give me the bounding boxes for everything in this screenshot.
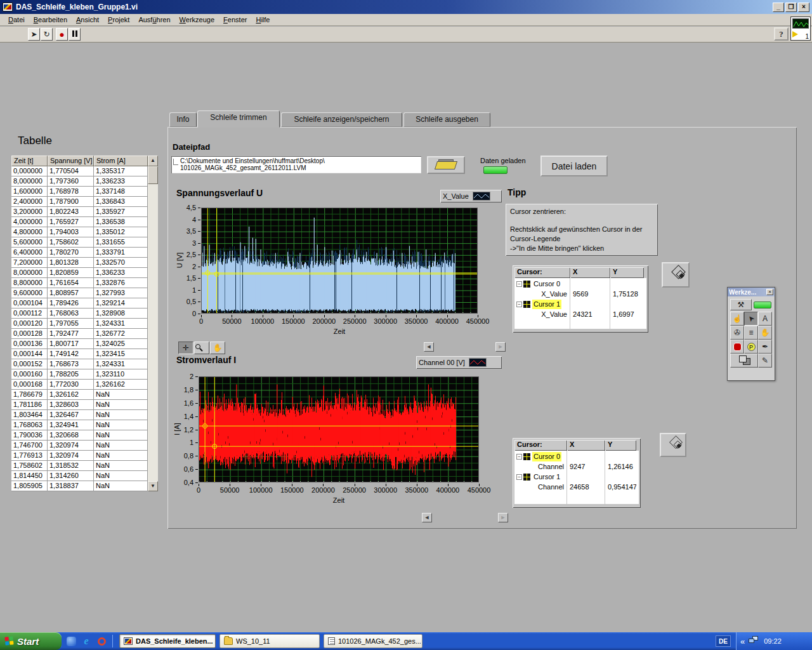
table-cell[interactable]: 1,758602	[11, 461, 48, 471]
current-plot-legend[interactable]: Channel 00 [V]	[416, 356, 502, 369]
table-cell[interactable]: 8,800000	[11, 278, 48, 288]
table-cell[interactable]: 2,400000	[11, 197, 48, 207]
cursor-legend-column-1[interactable]: X	[570, 267, 610, 278]
cursor-tool-button[interactable]: ✛	[178, 342, 193, 354]
tray-chevron-icon[interactable]: «	[740, 637, 745, 646]
table-cell[interactable]: 1,790036	[11, 430, 48, 441]
table-cell[interactable]: NaN	[94, 400, 148, 410]
table-scroll-thumb[interactable]	[148, 166, 158, 184]
table-cell[interactable]: 1,820859	[48, 268, 94, 278]
table-cell[interactable]: 1,329214	[94, 298, 148, 308]
table-cell[interactable]: 1,336233	[94, 268, 148, 278]
current-scroll-left-button[interactable]: ◄	[422, 513, 432, 522]
restore-button[interactable]: ❐	[785, 3, 797, 12]
table-cell[interactable]: 1,336843	[94, 197, 148, 207]
table-cell[interactable]: 1,336538	[94, 217, 148, 227]
table-cell[interactable]: 0,000128	[11, 329, 48, 339]
table-cell[interactable]: 1,326162	[94, 380, 148, 390]
tree-expand-icon[interactable]: −	[516, 281, 522, 287]
tab-schleife-ausgeben[interactable]: Schleife ausgeben	[403, 112, 490, 127]
table-cell[interactable]: 1,320974	[48, 441, 94, 451]
table-cell[interactable]: 1,326467	[48, 410, 94, 420]
messenger-icon[interactable]	[65, 635, 77, 647]
run-continuous-button[interactable]: ↻	[41, 28, 53, 41]
table-cell[interactable]: 1,761654	[48, 278, 94, 288]
table-cell[interactable]: 0,000112	[11, 308, 48, 319]
table-cell[interactable]: 7,200000	[11, 258, 48, 268]
tree-expand-icon[interactable]: −	[516, 302, 522, 307]
table-cell[interactable]: 1,331655	[94, 237, 148, 248]
table-cell[interactable]: 1,803464	[11, 410, 48, 420]
filepath-input[interactable]: C:\Dokumente und Einstellungen\huffmart\…	[171, 156, 421, 173]
load-file-button[interactable]: Datei laden	[540, 156, 608, 176]
network-icon[interactable]	[749, 636, 759, 646]
probe-tool-button[interactable]: P	[744, 340, 758, 354]
table-cell[interactable]: 1,328908	[94, 308, 148, 319]
object-shortcut-menu-tool-button[interactable]: ≡	[744, 326, 758, 340]
cursor-name[interactable]: Cursor 1	[532, 472, 561, 482]
context-help-button[interactable]: ?	[774, 27, 789, 41]
abort-button[interactable]: ●	[56, 28, 68, 41]
table-cell[interactable]: 1,768063	[11, 420, 48, 430]
cursor-row[interactable]: −Cursor 1	[514, 472, 566, 482]
table-cell[interactable]: 1,768063	[48, 308, 94, 319]
table-cell[interactable]: 0,000104	[11, 298, 48, 308]
table-cell[interactable]: 0,000000	[11, 166, 48, 176]
taskbar-task-2[interactable]: 101026_MAGk_452_ges...	[324, 634, 422, 648]
pan-tool-button[interactable]: ✋	[210, 342, 225, 354]
table-cell[interactable]: NaN	[94, 441, 148, 451]
table-cell[interactable]: 1,335317	[94, 166, 148, 176]
browse-folder-button[interactable]	[427, 156, 465, 174]
table-cell[interactable]: 8,000000	[11, 268, 48, 278]
table-cell[interactable]: 1,788205	[48, 369, 94, 380]
table-cell[interactable]: 9,600000	[11, 288, 48, 298]
table-cell[interactable]: NaN	[94, 430, 148, 441]
cursor-channel-row[interactable]: X_Value	[514, 309, 570, 319]
table-cell[interactable]: 1,772030	[48, 380, 94, 390]
connect-wire-tool-button[interactable]: ✇	[730, 326, 744, 340]
tools-palette-close-icon[interactable]: ×	[766, 289, 773, 295]
browser-icon[interactable]	[96, 635, 107, 647]
table-cell[interactable]: 1,805905	[11, 481, 48, 491]
table-cell[interactable]: 1,768978	[48, 187, 94, 197]
voltage-scroll-right-button[interactable]: ►	[495, 342, 506, 352]
cursor-name[interactable]: Cursor 1	[532, 300, 561, 309]
table-cell[interactable]: 1,336233	[94, 176, 148, 187]
table-cell[interactable]: 1,314260	[48, 471, 94, 481]
table-cell[interactable]: 1,814450	[11, 471, 48, 481]
table-cell[interactable]: 1,746700	[11, 441, 48, 451]
language-indicator[interactable]: DE	[716, 635, 731, 647]
current-plot-area[interactable]	[199, 376, 479, 482]
current-scroll-right-button[interactable]: ►	[498, 513, 508, 522]
edit-text-tool-button[interactable]: A	[758, 312, 772, 326]
taskbar-task-1[interactable]: WS_10_11	[219, 634, 320, 648]
cursor-legend-column-0[interactable]: Cursor:	[514, 267, 570, 278]
cursor-name[interactable]: Cursor 0	[532, 279, 561, 289]
cursor-legend-column-2[interactable]: Y	[605, 440, 636, 451]
tab-info[interactable]: Info	[169, 112, 197, 127]
menu-item-ausfhren[interactable]: Ausführen	[134, 15, 174, 25]
table-cell[interactable]: 1,335927	[94, 207, 148, 217]
table-cell[interactable]: 0,000168	[11, 380, 48, 390]
table-cell[interactable]: 1,797055	[48, 319, 94, 329]
table-cell[interactable]: 1,797360	[48, 176, 94, 187]
table-cell[interactable]: 1,324331	[94, 359, 148, 369]
table-cell[interactable]: 0,000160	[11, 369, 48, 380]
menu-item-fenster[interactable]: Fenster	[219, 15, 251, 25]
automatic-tool-selection-button[interactable]: ⚒	[730, 299, 752, 310]
voltage-plot-legend[interactable]: X_Value	[440, 190, 502, 202]
window-titlebar[interactable]: DAS_Schleife_kleben_Gruppe1.vi _ ❐ ×	[0, 0, 812, 14]
table-cell[interactable]: 1,768673	[48, 359, 94, 369]
voltage-cursor-mover-button[interactable]	[662, 262, 690, 288]
voltage-cursor-legend[interactable]: Cursor:XY−Cursor 0X_Value−Cursor 1X_Valu…	[513, 265, 648, 333]
table-cell[interactable]: 1,786679	[11, 390, 48, 400]
tree-expand-icon[interactable]: −	[516, 454, 522, 460]
set-color-tool-button[interactable]	[730, 354, 758, 368]
table-cell[interactable]: 1,758602	[48, 237, 94, 248]
table-cell[interactable]: 1,802243	[48, 207, 94, 217]
table-cell[interactable]: 1,324025	[94, 339, 148, 349]
table-cell[interactable]: 1,770504	[48, 166, 94, 176]
table-cell[interactable]: 1,800717	[48, 339, 94, 349]
current-cursor-legend[interactable]: Cursor:XY−Cursor 0Channel−Cursor 1Channe…	[513, 438, 641, 508]
tree-expand-icon[interactable]: −	[516, 474, 522, 480]
